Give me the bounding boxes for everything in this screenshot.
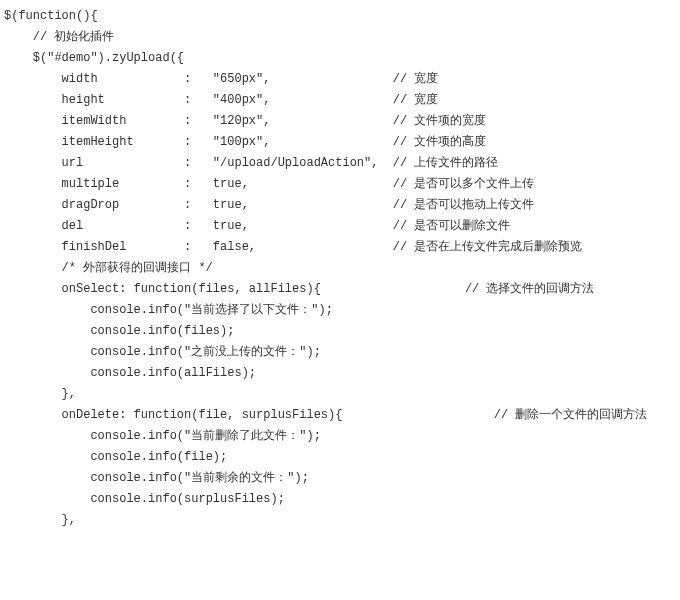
code-block: $(function(){ // 初始化插件 $("#demo").zyUplo… (0, 0, 680, 539)
